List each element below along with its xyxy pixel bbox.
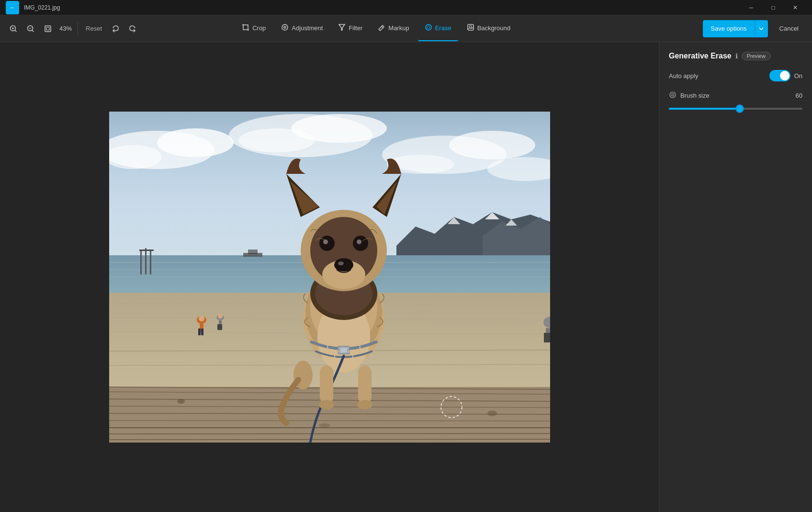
fit-to-window-button[interactable] — [40, 21, 56, 36]
main-toolbar: 43% Reset Crop Adjustment — [0, 15, 812, 42]
toolbar-divider — [78, 22, 78, 35]
svg-rect-46 — [198, 329, 201, 335]
toggle-on-label: On — [794, 72, 802, 80]
slider-thumb[interactable] — [735, 104, 744, 113]
zoom-out-button[interactable] — [23, 21, 38, 36]
svg-point-16 — [469, 25, 472, 28]
toolbar-right-group: Save options Cancel — [703, 20, 806, 37]
zoom-level: 43% — [57, 25, 74, 32]
auto-apply-label: Auto apply — [669, 72, 698, 80]
redo-icon — [129, 25, 136, 33]
zoom-out-icon — [27, 25, 34, 33]
svg-point-68 — [177, 399, 185, 404]
zoom-in-icon — [10, 25, 17, 33]
svg-point-87 — [357, 239, 361, 244]
svg-rect-33 — [145, 248, 147, 274]
brush-size-slider[interactable] — [669, 106, 802, 112]
svg-point-10 — [284, 26, 286, 28]
svg-point-86 — [323, 239, 328, 244]
info-icon[interactable]: ℹ — [735, 52, 738, 60]
toolbar-left-group: 43% Reset — [6, 21, 140, 36]
auto-apply-toggle[interactable] — [769, 70, 790, 81]
brush-size-icon — [669, 91, 677, 100]
undo-button[interactable] — [108, 21, 123, 36]
svg-rect-35 — [139, 250, 154, 251]
save-options-group: Save options — [703, 20, 767, 37]
nav-adjustment-label: Adjustment — [292, 24, 323, 32]
svg-point-53 — [218, 314, 223, 319]
redo-button[interactable] — [125, 21, 140, 36]
main-content: Generative Erase ℹ Preview Auto apply On — [0, 42, 812, 512]
slider-fill — [669, 108, 740, 110]
nav-erase-label: Erase — [435, 24, 451, 32]
tool-navigation: Crop Adjustment Filter Markup Erase — [235, 16, 517, 41]
svg-rect-47 — [201, 329, 203, 335]
svg-rect-51 — [217, 324, 220, 330]
maximize-button[interactable]: □ — [762, 0, 784, 15]
markup-icon — [378, 23, 385, 33]
svg-point-25 — [449, 131, 535, 159]
filter-icon — [338, 23, 346, 33]
svg-rect-37 — [248, 250, 258, 254]
svg-line-67 — [109, 439, 550, 440]
svg-line-64 — [109, 421, 550, 421]
panel-title: Generative Erase — [669, 52, 732, 60]
svg-rect-56 — [544, 333, 548, 342]
background-icon — [467, 23, 474, 33]
svg-rect-7 — [45, 26, 51, 32]
svg-rect-93 — [358, 365, 372, 404]
minimize-button[interactable]: ─ — [740, 0, 762, 15]
svg-line-12 — [382, 26, 383, 28]
crop-icon — [242, 23, 249, 33]
brush-size-row: Brush size 60 — [669, 91, 802, 100]
nav-background[interactable]: Background — [460, 16, 517, 41]
nav-filter[interactable]: Filter — [331, 16, 369, 41]
svg-rect-8 — [46, 27, 49, 30]
title-bar: ← IMG_0221.jpg ─ □ ✕ — [0, 0, 812, 15]
canvas-area[interactable] — [0, 42, 659, 512]
right-panel: Generative Erase ℹ Preview Auto apply On — [659, 42, 812, 512]
nav-background-label: Background — [477, 24, 510, 32]
nav-erase[interactable]: Erase — [418, 16, 458, 41]
svg-point-9 — [282, 24, 288, 30]
image-container[interactable] — [109, 112, 550, 443]
zoom-in-button[interactable] — [6, 21, 21, 36]
erase-icon — [425, 23, 432, 33]
svg-point-94 — [319, 400, 334, 410]
panel-header: Generative Erase ℹ Preview — [669, 52, 802, 60]
nav-markup-label: Markup — [388, 24, 409, 32]
svg-point-14 — [427, 26, 430, 29]
save-options-button[interactable]: Save options — [703, 20, 754, 37]
svg-rect-34 — [150, 250, 151, 274]
window-title: IMG_0221.jpg — [24, 4, 60, 11]
reset-button[interactable]: Reset — [82, 23, 106, 34]
nav-filter-label: Filter — [349, 24, 362, 32]
svg-line-5 — [32, 30, 34, 32]
nav-crop[interactable]: Crop — [235, 16, 272, 41]
svg-point-95 — [357, 400, 372, 410]
adjustment-icon — [281, 23, 289, 33]
nav-adjustment[interactable]: Adjustment — [274, 16, 329, 41]
preview-badge: Preview — [742, 52, 771, 60]
svg-rect-15 — [468, 24, 474, 30]
auto-apply-row: Auto apply On — [669, 70, 802, 81]
window-controls: ─ □ ✕ — [740, 0, 806, 15]
svg-point-89 — [338, 262, 344, 265]
svg-marker-11 — [339, 24, 345, 30]
auto-apply-toggle-container[interactable]: On — [769, 70, 802, 81]
svg-line-1 — [15, 30, 17, 32]
back-icon: ← — [10, 4, 16, 11]
undo-icon — [112, 25, 119, 33]
back-button[interactable]: ← — [6, 1, 19, 14]
save-options-dropdown-button[interactable] — [755, 20, 768, 37]
toggle-knob — [780, 71, 789, 80]
close-button[interactable]: ✕ — [784, 0, 806, 15]
svg-rect-92 — [320, 365, 333, 404]
svg-rect-91 — [340, 348, 347, 353]
cancel-button[interactable]: Cancel — [772, 20, 806, 37]
nav-markup[interactable]: Markup — [371, 16, 416, 41]
fit-icon — [44, 25, 52, 33]
svg-rect-32 — [140, 250, 142, 274]
svg-point-23 — [238, 128, 315, 152]
main-image — [109, 112, 550, 443]
